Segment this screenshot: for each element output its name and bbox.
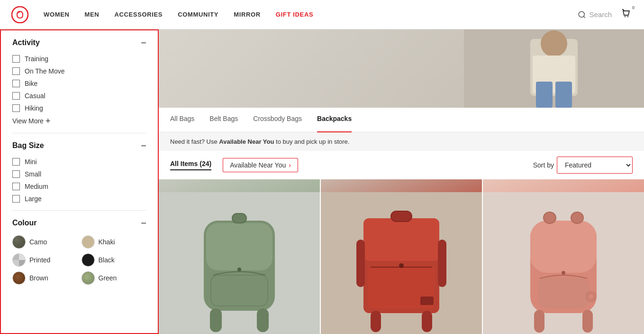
available-near-you-button[interactable]: Available Near You › xyxy=(223,158,298,172)
search-box[interactable]: Search xyxy=(578,10,612,19)
colour-section-header: Colour − xyxy=(12,218,146,230)
svg-rect-20 xyxy=(363,218,439,261)
colour-black[interactable]: Black xyxy=(82,253,147,267)
large-label: Large xyxy=(25,195,42,203)
bike-label: Bike xyxy=(25,80,37,87)
sidebar-filters: Activity − Training On The Move Bike Cas… xyxy=(0,29,159,334)
colour-khaki[interactable]: Khaki xyxy=(82,235,147,249)
svg-point-6 xyxy=(541,30,567,57)
divider-2 xyxy=(12,210,146,211)
khaki-swatch xyxy=(82,235,95,249)
svg-rect-23 xyxy=(438,240,446,287)
svg-rect-14 xyxy=(210,308,222,332)
colour-printed[interactable]: Printed xyxy=(12,253,78,267)
svg-rect-27 xyxy=(420,297,434,305)
tab-all-bags[interactable]: All Bags xyxy=(170,108,194,132)
colour-filter-section: Colour − Camo Khaki Printed Bla xyxy=(12,218,146,285)
filter-bike[interactable]: Bike xyxy=(12,80,146,87)
activity-filter-section: Activity − Training On The Move Bike Cas… xyxy=(12,38,146,125)
svg-rect-25 xyxy=(422,311,432,332)
bike-checkbox[interactable] xyxy=(12,80,20,87)
alert-text-after: to buy and pick up in store. xyxy=(274,138,349,145)
medium-label: Medium xyxy=(25,183,48,190)
svg-rect-31 xyxy=(530,221,597,273)
header-right: Search 0 xyxy=(578,7,633,22)
large-checkbox[interactable] xyxy=(12,195,20,203)
colour-camo[interactable]: Camo xyxy=(12,235,78,249)
nav-women[interactable]: WOMEN xyxy=(44,11,70,18)
filter-casual[interactable]: Casual xyxy=(12,92,146,100)
product-card-1[interactable] xyxy=(159,179,320,334)
camo-swatch xyxy=(12,235,26,249)
svg-point-1 xyxy=(579,11,585,17)
nav-accessories[interactable]: ACCESSORIES xyxy=(114,11,163,18)
small-checkbox[interactable] xyxy=(12,170,20,178)
filter-mini[interactable]: Mini xyxy=(12,158,146,166)
printed-label: Printed xyxy=(29,256,50,264)
divider-1 xyxy=(12,133,146,133)
training-checkbox[interactable] xyxy=(12,55,20,63)
svg-point-37 xyxy=(562,271,565,275)
mini-checkbox[interactable] xyxy=(12,158,20,166)
filter-on-the-move[interactable]: On The Move xyxy=(12,67,146,75)
khaki-label: Khaki xyxy=(99,238,115,246)
main-nav: WOMEN MEN ACCESSORIES COMMUNITY MIRROR G… xyxy=(44,11,578,18)
tab-all-items[interactable]: All Items (24) xyxy=(170,160,211,170)
filter-training[interactable]: Training xyxy=(12,55,146,63)
bag-size-title: Bag Size xyxy=(12,141,44,150)
product-card-2[interactable] xyxy=(321,179,482,334)
tab-belt-bags[interactable]: Belt Bags xyxy=(209,108,238,132)
colour-grid: Camo Khaki Printed Black Brown xyxy=(12,235,146,285)
product-card-3[interactable] xyxy=(483,179,644,334)
bag-size-collapse-icon[interactable]: − xyxy=(141,141,146,150)
on-the-move-checkbox[interactable] xyxy=(12,67,20,75)
colour-green[interactable]: Green xyxy=(82,271,147,285)
product-grid xyxy=(159,179,644,334)
colour-brown[interactable]: Brown xyxy=(12,271,78,285)
view-more-label: View More xyxy=(12,117,44,125)
nav-men[interactable]: MEN xyxy=(85,11,100,18)
svg-rect-12 xyxy=(206,223,272,270)
activity-title: Activity xyxy=(12,38,40,47)
hero-banner xyxy=(159,29,644,108)
casual-label: Casual xyxy=(25,92,45,100)
filter-medium[interactable]: Medium xyxy=(12,183,146,190)
bag-size-section-header: Bag Size − xyxy=(12,141,146,152)
filter-hiking[interactable]: Hiking xyxy=(12,104,146,112)
product-3-image xyxy=(483,179,644,334)
svg-rect-8 xyxy=(536,82,553,108)
logo[interactable] xyxy=(11,6,28,23)
filter-small[interactable]: Small xyxy=(12,170,146,178)
svg-point-28 xyxy=(399,263,404,268)
black-label: Black xyxy=(99,256,115,264)
svg-rect-35 xyxy=(582,310,593,333)
nav-mirror[interactable]: MIRROR xyxy=(234,11,261,18)
filter-large[interactable]: Large xyxy=(12,195,146,203)
casual-checkbox[interactable] xyxy=(12,92,20,100)
tab-crossbody-bags[interactable]: Crossbody Bags xyxy=(253,108,302,132)
tab-backpacks[interactable]: Backpacks xyxy=(317,108,352,132)
sort-container: Sort by Featured Price: Low to High Pric… xyxy=(533,157,633,174)
search-placeholder: Search xyxy=(589,10,612,19)
sort-select[interactable]: Featured Price: Low to High Price: High … xyxy=(557,157,633,174)
svg-rect-9 xyxy=(555,82,572,108)
bag-size-filter-section: Bag Size − Mini Small Medium Large xyxy=(12,141,146,203)
green-swatch xyxy=(82,271,95,285)
product-2-image xyxy=(321,179,482,334)
activity-collapse-icon[interactable]: − xyxy=(141,38,146,47)
alert-text-before: Need it fast? Use xyxy=(170,138,219,145)
nav-community[interactable]: COMMUNITY xyxy=(178,11,218,18)
nav-gift-ideas[interactable]: GIFT IDEAS xyxy=(276,11,313,18)
hero-person-svg xyxy=(464,29,644,108)
hiking-checkbox[interactable] xyxy=(12,104,20,112)
on-the-move-label: On The Move xyxy=(25,67,65,75)
medium-checkbox[interactable] xyxy=(12,183,20,190)
camo-label: Camo xyxy=(29,238,47,246)
cart-icon[interactable]: 0 xyxy=(619,7,633,22)
colour-collapse-icon[interactable]: − xyxy=(141,218,146,228)
brown-label: Brown xyxy=(29,274,48,282)
view-more-activity[interactable]: View More + xyxy=(12,117,146,125)
filter-tabs: All Items (24) Available Near You › xyxy=(170,158,298,172)
product-1-image xyxy=(159,179,320,334)
svg-rect-21 xyxy=(391,211,412,222)
